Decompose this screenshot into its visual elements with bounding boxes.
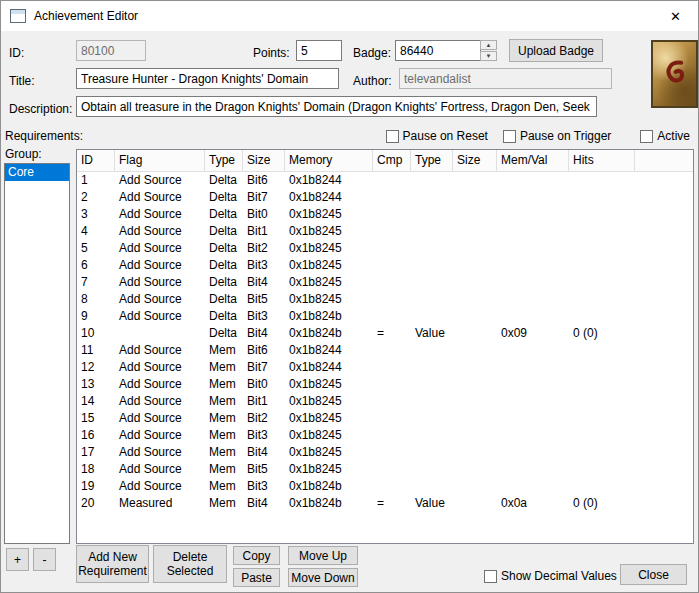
- close-button[interactable]: Close: [620, 564, 687, 585]
- checkbox-icon[interactable]: [503, 130, 516, 143]
- table-cell: [373, 393, 411, 410]
- table-cell: Delta: [205, 223, 243, 240]
- table-cell: 0x1b8245: [285, 274, 373, 291]
- table-header-cell[interactable]: Memory: [285, 150, 373, 171]
- table-cell: 0x1b8245: [285, 461, 373, 478]
- badge-spinner-up-icon[interactable]: ▲: [480, 40, 497, 50]
- table-cell: [453, 461, 497, 478]
- move-up-button[interactable]: Move Up: [288, 546, 358, 565]
- table-row[interactable]: 12Add SourceMemBit70x1b8244: [77, 359, 693, 376]
- table-row[interactable]: 14Add SourceMemBit10x1b8245: [77, 393, 693, 410]
- table-row[interactable]: 15Add SourceMemBit20x1b8245: [77, 410, 693, 427]
- table-cell: [497, 291, 569, 308]
- description-field[interactable]: [76, 96, 597, 117]
- table-cell: Add Source: [115, 172, 205, 189]
- table-cell: 0x1b824b: [285, 478, 373, 495]
- table-cell: [411, 461, 453, 478]
- table-cell: Bit6: [243, 342, 285, 359]
- checkbox-icon[interactable]: [484, 570, 497, 583]
- table-cell: [373, 257, 411, 274]
- requirements-table[interactable]: IDFlagTypeSizeMemoryCmpTypeSizeMem/ValHi…: [76, 149, 694, 544]
- add-new-requirement-button[interactable]: Add New Requirement: [76, 545, 149, 583]
- table-header-cell[interactable]: Size: [453, 150, 497, 171]
- table-cell: [497, 478, 569, 495]
- table-header-cell[interactable]: Mem/Val: [497, 150, 569, 171]
- table-header-cell[interactable]: Flag: [115, 150, 205, 171]
- table-row[interactable]: 4Add SourceDeltaBit10x1b8245: [77, 223, 693, 240]
- table-cell: [411, 359, 453, 376]
- pause-on-reset-checkbox[interactable]: Pause on Reset: [386, 129, 488, 143]
- table-cell: 13: [77, 376, 115, 393]
- table-row[interactable]: 8Add SourceDeltaBit50x1b8245: [77, 291, 693, 308]
- pause-on-reset-label: Pause on Reset: [403, 129, 488, 143]
- table-row[interactable]: 16Add SourceMemBit30x1b8245: [77, 427, 693, 444]
- table-cell: Mem: [205, 393, 243, 410]
- delete-selected-button[interactable]: Delete Selected: [153, 545, 227, 583]
- table-row[interactable]: 17Add SourceMemBit40x1b8245: [77, 444, 693, 461]
- table-row[interactable]: 2Add SourceDeltaBit70x1b8244: [77, 189, 693, 206]
- table-header-cell[interactable]: Hits: [569, 150, 635, 171]
- table-cell: [497, 427, 569, 444]
- move-down-button[interactable]: Move Down: [288, 568, 358, 587]
- table-row[interactable]: 19Add SourceMemBit30x1b824b: [77, 478, 693, 495]
- table-cell: 8: [77, 291, 115, 308]
- table-cell: [569, 240, 635, 257]
- table-row[interactable]: 7Add SourceDeltaBit40x1b8245: [77, 274, 693, 291]
- table-row[interactable]: 13Add SourceMemBit00x1b8245: [77, 376, 693, 393]
- table-cell: Value: [411, 325, 453, 342]
- show-decimal-values-checkbox[interactable]: Show Decimal Values: [484, 569, 617, 583]
- table-row[interactable]: 9Add SourceDeltaBit30x1b824b: [77, 308, 693, 325]
- table-row[interactable]: 1Add SourceDeltaBit60x1b8244: [77, 172, 693, 189]
- close-window-button[interactable]: ✕: [653, 1, 698, 31]
- badge-spinner-down-icon[interactable]: ▼: [480, 51, 497, 61]
- table-row[interactable]: 5Add SourceDeltaBit20x1b8245: [77, 240, 693, 257]
- checkbox-icon[interactable]: [386, 130, 399, 143]
- table-cell: [373, 240, 411, 257]
- upload-badge-button[interactable]: Upload Badge: [509, 39, 603, 62]
- pause-on-trigger-checkbox[interactable]: Pause on Trigger: [503, 129, 611, 143]
- table-cell: 0x09: [497, 325, 569, 342]
- table-header-cell[interactable]: Type: [205, 150, 243, 171]
- table-header-cell[interactable]: Cmp: [373, 150, 411, 171]
- badge-field[interactable]: [395, 40, 481, 61]
- table-cell: [453, 376, 497, 393]
- remove-group-button[interactable]: -: [33, 548, 56, 571]
- table-cell: 10: [77, 325, 115, 342]
- table-row[interactable]: 6Add SourceDeltaBit30x1b8245: [77, 257, 693, 274]
- table-cell: [373, 427, 411, 444]
- group-list-item[interactable]: Core: [5, 164, 69, 181]
- table-cell: Add Source: [115, 427, 205, 444]
- table-cell: 0x1b8245: [285, 393, 373, 410]
- copy-button[interactable]: Copy: [233, 546, 280, 565]
- table-cell: 14: [77, 393, 115, 410]
- add-group-button[interactable]: +: [6, 548, 29, 571]
- table-cell: Bit3: [243, 478, 285, 495]
- table-row[interactable]: 3Add SourceDeltaBit00x1b8245: [77, 206, 693, 223]
- table-header-cell[interactable]: ID: [77, 150, 115, 171]
- checkbox-icon[interactable]: [640, 130, 653, 143]
- table-header-cell[interactable]: Size: [243, 150, 285, 171]
- table-cell: [497, 172, 569, 189]
- table-cell: [453, 444, 497, 461]
- table-row[interactable]: 11Add SourceMemBit60x1b8244: [77, 342, 693, 359]
- table-row[interactable]: 10DeltaBit40x1b824b=Value0x090 (0): [77, 325, 693, 342]
- table-cell: [373, 376, 411, 393]
- table-cell: [497, 393, 569, 410]
- active-checkbox[interactable]: Active: [640, 129, 690, 143]
- table-row[interactable]: 20MeasuredMemBit40x1b824b=Value0x0a0 (0): [77, 495, 693, 512]
- table-cell: [411, 342, 453, 359]
- table-row[interactable]: 18Add SourceMemBit50x1b8245: [77, 461, 693, 478]
- table-cell: [411, 172, 453, 189]
- group-listbox[interactable]: Core: [4, 163, 70, 544]
- table-cell: =: [373, 325, 411, 342]
- table-cell: [569, 206, 635, 223]
- table-cell: [497, 240, 569, 257]
- table-cell: [569, 410, 635, 427]
- table-header-cell[interactable]: Type: [411, 150, 453, 171]
- points-field[interactable]: [296, 40, 342, 61]
- title-field[interactable]: [76, 68, 339, 89]
- table-cell: 2: [77, 189, 115, 206]
- table-cell: Add Source: [115, 223, 205, 240]
- table-cell: [453, 393, 497, 410]
- paste-button[interactable]: Paste: [233, 568, 280, 587]
